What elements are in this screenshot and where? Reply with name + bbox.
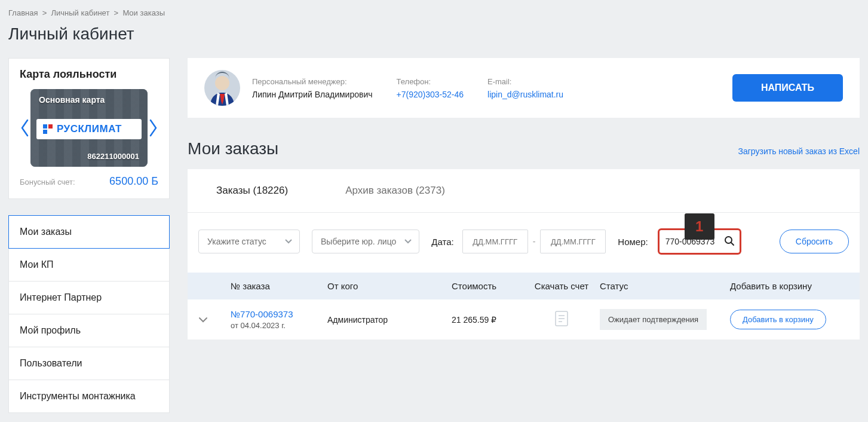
th-number: № заказа — [231, 281, 327, 291]
manager-label: Персональный менеджер: — [252, 77, 373, 86]
status-badge: Ожидает подтверждения — [600, 309, 707, 330]
table-header: № заказа От кого Стоимость Скачать счет … — [188, 273, 860, 299]
loyalty-card[interactable]: Основная карта РУСКЛИМАТ 862211000001 — [30, 89, 148, 167]
chevron-right-icon[interactable] — [148, 118, 158, 137]
loyalty-title: Карта лояльности — [20, 68, 158, 81]
status-select[interactable]: Укажите статус — [198, 230, 300, 253]
legal-select-value: Выберите юр. лицо — [321, 237, 396, 246]
sidebar-nav: Мои заказы Мои КП Интернет Партнер Мой п… — [8, 215, 170, 413]
date-label: Дата: — [431, 237, 453, 247]
invoice-icon[interactable] — [555, 319, 568, 328]
tab-archive[interactable]: Архив заказов (2373) — [317, 169, 474, 212]
manager-name: Липин Дмитрий Владимирович — [252, 90, 373, 99]
legal-entity-select[interactable]: Выберите юр. лицо — [312, 230, 419, 253]
upload-excel-link[interactable]: Загрузить новый заказ из Excel — [738, 146, 860, 156]
date-to-input[interactable] — [540, 230, 606, 253]
th-cart: Добавить в корзину — [730, 281, 849, 291]
chevron-left-icon[interactable] — [20, 118, 30, 137]
th-status: Статус — [600, 281, 730, 291]
svg-point-3 — [215, 76, 229, 90]
order-cost: 21 265.59 ₽ — [452, 315, 523, 325]
sidebar-item-users[interactable]: Пользователи — [9, 347, 169, 380]
write-button[interactable]: НАПИСАТЬ — [732, 74, 843, 102]
card-name: Основная карта — [30, 89, 148, 111]
bonus-value: 6500.00 Б — [109, 175, 158, 188]
search-icon[interactable] — [724, 236, 735, 248]
manager-email[interactable]: lipin_d@rusklimat.ru — [487, 90, 563, 99]
breadcrumb: Главная > Личный кабинет > Мои заказы — [8, 8, 860, 17]
brand-text: РУСКЛИМАТ — [57, 123, 122, 135]
chevron-down-icon — [404, 239, 412, 244]
sidebar-item-my-orders[interactable]: Мои заказы — [8, 215, 170, 249]
table-row: №770-0069373 от 04.04.2023 г. Администра… — [188, 299, 860, 340]
phone-label: Телефон: — [397, 77, 464, 86]
breadcrumb-home[interactable]: Главная — [8, 8, 38, 17]
annotation-badge: 1 — [685, 213, 714, 240]
svg-rect-0 — [43, 124, 47, 129]
svg-rect-1 — [48, 124, 53, 129]
sidebar-item-profile[interactable]: Мой профиль — [9, 314, 169, 347]
manager-panel: Персональный менеджер: Липин Дмитрий Вла… — [188, 58, 860, 118]
page-title: Личный кабинет — [8, 25, 860, 44]
brand-logo-icon — [42, 124, 53, 134]
sidebar-item-my-kp[interactable]: Мои КП — [9, 248, 169, 281]
breadcrumb-current: Мои заказы — [122, 8, 165, 17]
date-divider: - — [533, 237, 536, 246]
bonus-label: Бонусный счет: — [20, 178, 75, 186]
breadcrumb-account[interactable]: Личный кабинет — [51, 8, 110, 17]
order-date: от 04.04.2023 г. — [231, 321, 327, 330]
tab-orders[interactable]: Заказы (18226) — [188, 169, 317, 212]
order-number-link[interactable]: №770-0069373 — [231, 309, 293, 319]
chevron-down-icon — [285, 239, 292, 244]
card-number: 862211000001 — [30, 147, 148, 167]
number-label: Номер: — [618, 237, 648, 247]
manager-phone[interactable]: +7(920)303-52-46 — [397, 90, 464, 99]
avatar — [204, 70, 240, 106]
tab-archive-label: Архив заказов — [345, 185, 413, 196]
svg-rect-2 — [43, 130, 47, 134]
date-from-input[interactable] — [462, 230, 528, 253]
add-to-cart-button[interactable]: Добавить в корзину — [730, 310, 826, 329]
tab-orders-label: Заказы — [216, 185, 250, 196]
th-from: От кого — [327, 281, 452, 291]
email-label: E-mail: — [487, 77, 563, 86]
th-cost: Стоимость — [452, 281, 523, 291]
tabs: Заказы (18226) Архив заказов (2373) — [188, 169, 860, 213]
orders-title: Мои заказы — [188, 139, 278, 158]
sidebar-item-partner[interactable]: Интернет Партнер — [9, 281, 169, 314]
loyalty-card-widget: Карта лояльности Основная карта РУСКЛИМА… — [8, 58, 170, 199]
reset-button[interactable]: Сбросить — [780, 230, 849, 253]
status-select-value: Укажите статус — [207, 237, 266, 246]
tab-archive-count: (2373) — [416, 185, 445, 196]
sidebar-item-tools[interactable]: Инструменты монтажника — [9, 380, 169, 412]
tab-orders-count: (18226) — [253, 185, 289, 196]
th-download: Скачать счет — [523, 281, 600, 291]
order-from: Администратор — [327, 315, 452, 325]
expand-icon[interactable] — [198, 315, 208, 325]
